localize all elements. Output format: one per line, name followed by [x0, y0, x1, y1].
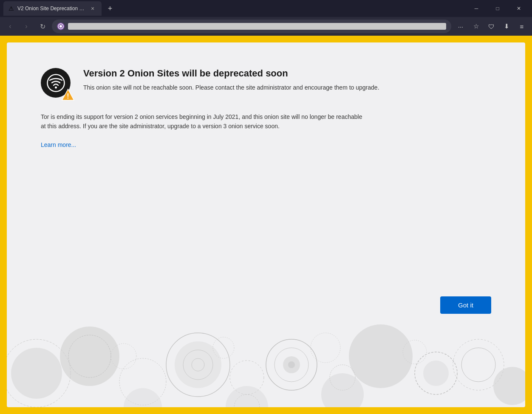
shield-button[interactable]: 🛡 — [484, 20, 498, 33]
svg-point-31 — [493, 367, 525, 405]
tor-icon — [57, 23, 65, 30]
svg-point-2 — [59, 25, 62, 28]
tab-title: V2 Onion Site Deprecation Wa... — [17, 6, 85, 11]
svg-point-14 — [175, 341, 221, 388]
got-it-button[interactable]: Got it — [440, 296, 491, 314]
content-main: ! Version 2 Onion Sites will be deprecat… — [7, 42, 525, 296]
svg-point-8 — [11, 348, 62, 399]
minimize-button[interactable]: ─ — [467, 3, 486, 14]
svg-point-28 — [423, 360, 449, 386]
header-text: Version 2 Onion Sites will be deprecated… — [83, 68, 379, 92]
page-content: ! Version 2 Onion Sites will be deprecat… — [7, 42, 525, 407]
reload-button[interactable]: ↻ — [36, 20, 49, 33]
svg-point-26 — [349, 324, 413, 388]
new-tab-button[interactable]: + — [103, 2, 117, 15]
title-bar: ⚠ V2 Onion Site Deprecation Wa... × + ─ … — [0, 0, 532, 17]
window-controls: ─ □ ✕ — [467, 3, 529, 14]
warning-triangle-icon: ! — [61, 88, 75, 102]
svg-point-12 — [124, 388, 162, 407]
nav-actions: ··· ☆ 🛡 ⬇ ≡ — [454, 20, 529, 33]
detail-text: Tor is ending its support for version 2 … — [41, 112, 364, 131]
more-button[interactable]: ··· — [454, 20, 467, 33]
nav-bar: ‹ › ↻ ··· ☆ 🛡 ⬇ ≡ — [0, 17, 532, 36]
svg-point-9 — [60, 327, 119, 386]
svg-point-25 — [321, 373, 364, 407]
svg-point-30 — [461, 348, 495, 382]
bookmark-button[interactable]: ☆ — [469, 20, 483, 33]
tab-warning-icon: ⚠ — [8, 5, 14, 12]
svg-point-34 — [311, 333, 340, 363]
svg-point-4 — [55, 86, 57, 88]
download-button[interactable]: ⬇ — [500, 20, 513, 33]
address-bar[interactable] — [52, 20, 451, 33]
forward-button[interactable]: › — [20, 20, 33, 33]
browser-tab[interactable]: ⚠ V2 Onion Site Deprecation Wa... × — [3, 1, 102, 16]
page-heading: Version 2 Onion Sites will be deprecated… — [83, 68, 379, 79]
warning-header: ! Version 2 Onion Sites will be deprecat… — [41, 68, 491, 102]
svg-point-23 — [288, 361, 295, 368]
maximize-button[interactable]: □ — [488, 3, 507, 14]
address-text[interactable] — [68, 23, 446, 30]
page-subheading: This onion site will not be reachable so… — [83, 83, 379, 92]
onion-icon-container: ! — [41, 68, 75, 102]
close-button[interactable]: ✕ — [509, 3, 529, 14]
yellow-border: ! Version 2 Onion Sites will be deprecat… — [0, 36, 532, 414]
back-button[interactable]: ‹ — [3, 20, 17, 33]
got-it-container: Got it — [7, 296, 525, 322]
learn-more-link[interactable]: Learn more... — [41, 141, 491, 148]
browser-window: ⚠ V2 Onion Site Deprecation Wa... × + ─ … — [0, 0, 532, 414]
decoration-area — [7, 322, 525, 407]
svg-point-18 — [226, 386, 268, 407]
menu-button[interactable]: ≡ — [515, 20, 529, 33]
svg-text:!: ! — [67, 93, 69, 100]
decoration-svg — [7, 322, 525, 407]
tab-close-button[interactable]: × — [89, 5, 96, 12]
